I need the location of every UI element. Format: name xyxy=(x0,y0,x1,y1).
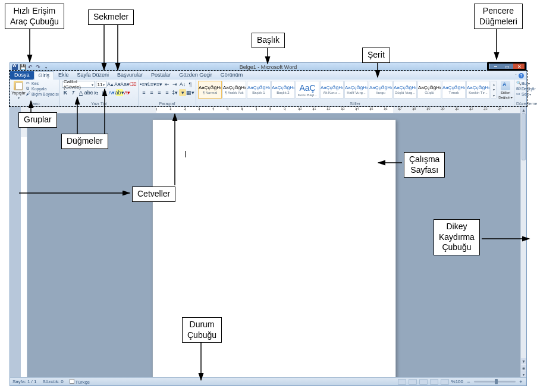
style-item-3[interactable]: AaÇçĞğHıBaşlık 2 xyxy=(271,81,295,99)
window-title: Belge1 - Microsoft Word xyxy=(240,64,297,70)
increase-indent-button[interactable]: ⇥ xyxy=(171,81,178,88)
status-bar: Sayfa: 1 / 1 Sözcük: 0 Türkçe %100 − + xyxy=(10,377,526,385)
view-draft-button[interactable] xyxy=(441,379,449,385)
horizontal-ruler[interactable]: 123456789101112131415161718192021222324 xyxy=(21,107,520,113)
group-editing-label: Düzenleme xyxy=(516,102,537,106)
justify-button[interactable]: ≡ xyxy=(164,89,171,96)
borders-button[interactable]: ▦▾ xyxy=(187,89,194,96)
word-app-icon[interactable] xyxy=(12,64,18,70)
shading-button[interactable]: ▾ xyxy=(179,89,186,96)
zoom-out-button[interactable]: − xyxy=(466,379,472,385)
align-right-button[interactable]: ≡ xyxy=(156,89,163,96)
view-full-screen-button[interactable] xyxy=(409,379,417,385)
change-styles-button[interactable]: AStilleriDeğiştir▾ xyxy=(499,81,512,99)
cut-icon: ✂ xyxy=(26,81,31,86)
tab-review[interactable]: Gözden Geçir xyxy=(175,71,216,80)
grow-font-button[interactable]: A▴ xyxy=(107,81,114,88)
format-painter-button[interactable]: 🖌Biçim Boyacısı xyxy=(26,91,59,96)
bold-button[interactable]: K xyxy=(62,89,69,96)
status-language[interactable]: Türkçe xyxy=(70,379,90,385)
group-font-label: Yazı Tipi xyxy=(62,102,136,106)
ribbon: Yapıştır ▾ ✂Kes ⧉Kopyala 🖌Biçim Boyacısı… xyxy=(10,80,526,107)
style-item-6[interactable]: AaÇçĞğHıHafif Vurg... xyxy=(344,81,368,99)
replace-button[interactable]: abDeğiştir xyxy=(516,86,537,91)
highlight-button[interactable]: ab▾ xyxy=(116,89,123,96)
qat-customize-icon[interactable]: ▾ xyxy=(43,64,49,70)
strike-button[interactable]: abc xyxy=(85,89,92,96)
callout-rulers: Cetveller xyxy=(132,186,175,202)
cut-button[interactable]: ✂Kes xyxy=(26,81,59,86)
font-name-combo[interactable]: Calibri (Gövde)▾ xyxy=(62,81,95,88)
scroll-down-button[interactable]: ▼ xyxy=(521,358,526,364)
tab-file[interactable]: Dosya xyxy=(10,71,34,80)
status-page[interactable]: Sayfa: 1 / 1 xyxy=(12,379,36,384)
callout-groups: Gruplar xyxy=(18,112,57,128)
underline-button[interactable]: A xyxy=(77,89,84,96)
tabs-row: Dosya Giriş Ekle Sayfa Düzeni Başvurular… xyxy=(10,71,526,80)
group-paragraph: •≡▾ 1≡▾ ≡▾ ⇤ ⇥ A↓ ¶ ≡ ≡ ≡ ≡ ‡▾ ▾ ▦▾ xyxy=(139,80,196,106)
scroll-up-button[interactable]: ▲ xyxy=(521,107,526,113)
sort-button[interactable]: A↓ xyxy=(179,81,186,88)
subscript-button[interactable]: x₂ xyxy=(93,89,100,96)
tab-mailings[interactable]: Postalar xyxy=(147,71,175,80)
view-print-layout-button[interactable] xyxy=(398,379,406,385)
align-center-button[interactable]: ≡ xyxy=(148,89,155,96)
qat-save-icon[interactable]: 💾 xyxy=(20,64,26,70)
style-item-9[interactable]: AaÇçĞğHıGüçlü xyxy=(417,81,441,99)
bullets-button[interactable]: •≡▾ xyxy=(140,81,147,88)
font-size-combo[interactable]: 11▾ xyxy=(96,81,106,88)
align-left-button[interactable]: ≡ xyxy=(140,89,147,96)
text-effects-button[interactable]: A▾ xyxy=(108,89,115,96)
find-button[interactable]: 🔍Bul▾ xyxy=(516,81,537,86)
style-item-4[interactable]: AaÇKonu Başl... xyxy=(296,81,319,99)
zoom-slider[interactable] xyxy=(474,381,516,382)
style-item-7[interactable]: AaÇçĞğHıVurgu xyxy=(369,81,392,99)
style-item-1[interactable]: AaÇçĞğHı¶ Aralık Yok xyxy=(222,81,246,99)
callout-vscroll: DikeyKaydırmaÇubuğu xyxy=(434,219,480,255)
style-item-5[interactable]: AaÇçĞğHıAlt Konu ... xyxy=(320,81,344,99)
numbering-button[interactable]: 1≡▾ xyxy=(148,81,155,88)
font-color-button[interactable]: A▾ xyxy=(124,89,131,96)
decrease-indent-button[interactable]: ⇤ xyxy=(164,81,171,88)
vertical-scrollbar[interactable]: ▲ ▼ ◉ ▾ xyxy=(520,107,526,377)
tab-page-layout[interactable]: Sayfa Düzeni xyxy=(73,71,114,80)
scroll-thumb[interactable] xyxy=(522,113,526,160)
style-item-2[interactable]: AaÇçĞğHıBaşlık 1 xyxy=(247,81,271,99)
show-marks-button[interactable]: ¶ xyxy=(187,81,194,88)
callout-tabs: Sekmeler xyxy=(88,10,134,25)
multilevel-button[interactable]: ≡▾ xyxy=(156,81,163,88)
style-item-11[interactable]: AaÇçĞğHıKeskin Tır... xyxy=(466,81,490,99)
style-item-0[interactable]: AaÇçĞğHı¶ Normal xyxy=(198,81,222,99)
ribbon-minimize-icon[interactable]: ˄ xyxy=(515,74,517,78)
italic-button[interactable]: T xyxy=(70,89,77,96)
next-page-button[interactable]: ▾ xyxy=(521,371,526,377)
tab-view[interactable]: Görünüm xyxy=(216,71,247,80)
tab-insert[interactable]: Ekle xyxy=(54,71,73,80)
group-styles-label: Stiller xyxy=(198,102,512,106)
qat-undo-icon[interactable]: ↶ xyxy=(27,64,33,70)
tab-home[interactable]: Giriş xyxy=(34,71,55,80)
change-case-button[interactable]: Aa▾ xyxy=(121,81,128,88)
styles-gallery-more[interactable]: ▴▾▾ xyxy=(491,81,497,99)
vertical-ruler[interactable] xyxy=(21,113,27,377)
view-web-layout-button[interactable] xyxy=(419,379,428,385)
status-words[interactable]: Sözcük: 0 xyxy=(42,379,63,384)
tab-references[interactable]: Başvurular xyxy=(113,71,147,80)
callout-buttons: Düğmeler xyxy=(61,134,108,149)
superscript-button[interactable]: x² xyxy=(101,89,108,96)
zoom-level[interactable]: %100 xyxy=(451,379,463,384)
line-spacing-button[interactable]: ‡▾ xyxy=(171,89,178,96)
paste-icon xyxy=(14,81,23,90)
qat-redo-icon[interactable]: ↷ xyxy=(35,64,41,70)
style-item-8[interactable]: AaÇçĞğHıGüçlü Vurg... xyxy=(393,81,417,99)
prev-page-button[interactable]: ◉ xyxy=(521,365,526,371)
view-outline-button[interactable] xyxy=(430,379,438,385)
clear-formatting-button[interactable]: ⌫ xyxy=(129,81,136,88)
paste-button[interactable]: Yapıştır ▾ xyxy=(12,81,25,100)
help-icon[interactable]: ? xyxy=(519,73,524,78)
style-item-10[interactable]: AaÇçĞğHıTırnak xyxy=(442,81,466,99)
select-button[interactable]: ▭Seç▾ xyxy=(516,91,537,96)
select-icon: ▭ xyxy=(516,91,521,96)
zoom-in-button[interactable]: + xyxy=(518,379,524,385)
copy-button[interactable]: ⧉Kopyala xyxy=(26,86,59,91)
